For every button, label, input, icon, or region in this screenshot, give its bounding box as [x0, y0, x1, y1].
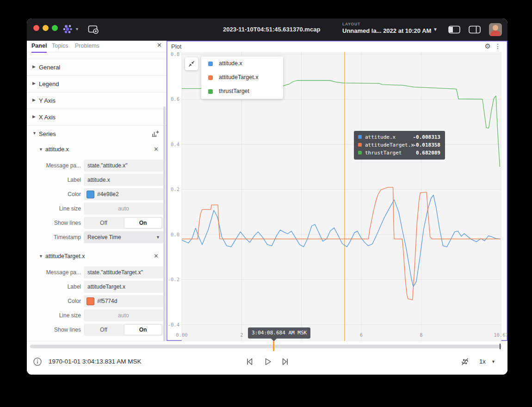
avatar-body [490, 31, 501, 36]
add-series-icon[interactable] [151, 130, 159, 138]
show-lines-off-button[interactable]: Off [84, 217, 124, 229]
color-field-label: Color [30, 298, 81, 304]
tag-caret [271, 339, 277, 341]
plot-legend: attitude.x attitudeTarget.x thrustTarget [201, 56, 283, 99]
plot-panel: Plot ⚙ ⋮ 0.00246810.670.80.60.40.20.0-0.… [167, 41, 507, 341]
close-traffic-light[interactable] [33, 25, 39, 31]
svg-text:6: 6 [360, 332, 363, 338]
play-button[interactable] [263, 357, 273, 367]
label-input[interactable]: attitude.x [84, 174, 163, 186]
series-color-square [358, 135, 362, 139]
layout-label: LAYOUT [342, 22, 431, 26]
message-path-input[interactable]: state."attitudeTarget.x" [84, 266, 163, 278]
color-input[interactable] [84, 295, 163, 307]
show-lines-on-button[interactable]: On [124, 218, 161, 228]
series-color-square [208, 89, 213, 94]
series-color-square [358, 151, 362, 154]
tab-topics[interactable]: Topics [52, 41, 68, 52]
legend-item-thrust-target[interactable]: thrustTarget [201, 85, 283, 99]
hover-values-tooltip: attitude.x -0.008313 attitudeTarget.x -0… [354, 131, 445, 160]
line-size-label: Line size [30, 205, 81, 212]
collapsed-arrow-icon: ▶ [32, 114, 36, 119]
series-color-square [358, 143, 362, 147]
show-lines-label: Show lines [30, 220, 81, 226]
foxglove-logo-icon[interactable] [62, 25, 74, 34]
show-lines-on-button[interactable]: On [124, 325, 161, 335]
color-swatch[interactable] [87, 191, 94, 198]
collapsed-arrow-icon: ▶ [32, 98, 36, 102]
svg-text:0.2: 0.2 [171, 186, 179, 192]
label-input[interactable]: attitudeTarget.x [84, 281, 163, 293]
seek-end-button[interactable] [280, 357, 291, 367]
label-field-label: Label [30, 177, 81, 183]
svg-text:0.8: 0.8 [171, 51, 179, 57]
color-field-label: Color [30, 191, 81, 197]
data-source-title[interactable]: 2023-11-10T04:51:45.631370.mcap [223, 18, 320, 41]
timeline-scrubber[interactable] [30, 345, 502, 348]
message-path-label: Message pa... [30, 269, 81, 276]
timestamp-select[interactable]: Receive Time [84, 231, 163, 243]
expanded-arrow-icon: ▼ [39, 147, 43, 152]
playback-speed[interactable]: 1x [479, 358, 486, 365]
playhead-marker[interactable] [273, 341, 274, 351]
svg-text:0.6: 0.6 [171, 96, 179, 102]
hover-time-tag: 3:04:08.684 AM MSK [248, 327, 310, 339]
svg-text:-0.2: -0.2 [168, 277, 179, 282]
left-sidebar-toggle-icon[interactable] [448, 25, 461, 34]
label-field-label: Label [30, 284, 81, 290]
message-path-label: Message pa... [30, 162, 81, 169]
remove-series-icon[interactable]: ✕ [154, 146, 159, 153]
color-input[interactable] [84, 188, 163, 200]
line-size-input[interactable]: auto [84, 309, 163, 321]
sidebar-tab-bar: Panel Topics Problems ✕ [27, 41, 167, 52]
section-y-axis[interactable]: ▶ Y Axis [27, 92, 167, 109]
sidebar-close-icon[interactable]: ✕ [157, 42, 162, 49]
avatar-head [493, 25, 498, 31]
message-path-input[interactable]: state."attitude.x" [84, 160, 163, 172]
svg-text:8: 8 [420, 332, 422, 338]
panel-settings-sidebar: Title Plot Panel Topics Problems ✕ ▶ Gen… [27, 41, 167, 341]
tab-panel[interactable]: Panel [31, 41, 47, 53]
layout-selector[interactable]: LAYOUT Unnamed la... 2022 at 10:20 AM [342, 22, 431, 34]
tab-problems[interactable]: Problems [75, 41, 99, 52]
title-bar: ▾ 2023-11-10T04:51:45.631370.mcap LAYOUT… [27, 18, 507, 41]
app-window: ▾ 2023-11-10T04:51:45.631370.mcap LAYOUT… [27, 18, 507, 375]
section-general[interactable]: ▶ General [27, 59, 167, 76]
svg-text:2: 2 [240, 332, 243, 338]
show-lines-toggle: Off On [84, 324, 163, 336]
series-color-square [208, 75, 213, 80]
section-legend[interactable]: ▶ Legend [27, 75, 167, 92]
user-avatar[interactable] [489, 23, 502, 36]
series-header-attitude-x[interactable]: ▼ attitude.x ✕ [27, 143, 167, 156]
svg-text:-0.4: -0.4 [168, 322, 179, 327]
data-source-info-icon[interactable] [33, 357, 42, 366]
svg-text:0.00: 0.00 [176, 332, 187, 338]
loop-off-icon[interactable] [460, 357, 470, 366]
app-menu-chevron-icon[interactable]: ▾ [76, 26, 78, 31]
minimize-traffic-light[interactable] [43, 25, 49, 31]
legend-item-attitude-target-x[interactable]: attitudeTarget.x [201, 71, 283, 85]
sidebar-scrollbar[interactable] [163, 106, 166, 341]
remove-series-icon[interactable]: ✕ [154, 253, 159, 259]
legend-collapse-button[interactable] [185, 57, 198, 70]
legend-item-attitude-x[interactable]: attitude.x [201, 57, 283, 71]
maximize-traffic-light[interactable] [52, 25, 58, 31]
svg-text:10.67: 10.67 [494, 332, 507, 338]
expanded-arrow-icon: ▼ [32, 131, 37, 136]
line-size-input[interactable]: auto [84, 203, 163, 215]
speed-chevron-icon[interactable]: ▼ [491, 359, 495, 364]
select-chevron-icon: ▼ [156, 235, 160, 240]
collapsed-arrow-icon: ▶ [32, 64, 36, 69]
add-panel-icon[interactable] [88, 25, 99, 34]
svg-text:0.4: 0.4 [171, 142, 179, 147]
show-lines-off-button[interactable]: Off [84, 324, 124, 336]
section-x-axis[interactable]: ▶ X Axis [27, 109, 167, 126]
show-lines-label: Show lines [30, 327, 81, 333]
layout-chevron-icon[interactable]: ▼ [433, 27, 438, 32]
series-header-attitude-target-x[interactable]: ▼ attitudeTarget.x ✕ [27, 250, 167, 263]
timestamp-label: Timestamp [30, 234, 81, 240]
right-sidebar-toggle-icon[interactable] [468, 25, 481, 34]
color-swatch[interactable] [87, 297, 94, 305]
section-series[interactable]: ▼ Series [27, 125, 167, 142]
seek-start-button[interactable] [244, 357, 254, 367]
